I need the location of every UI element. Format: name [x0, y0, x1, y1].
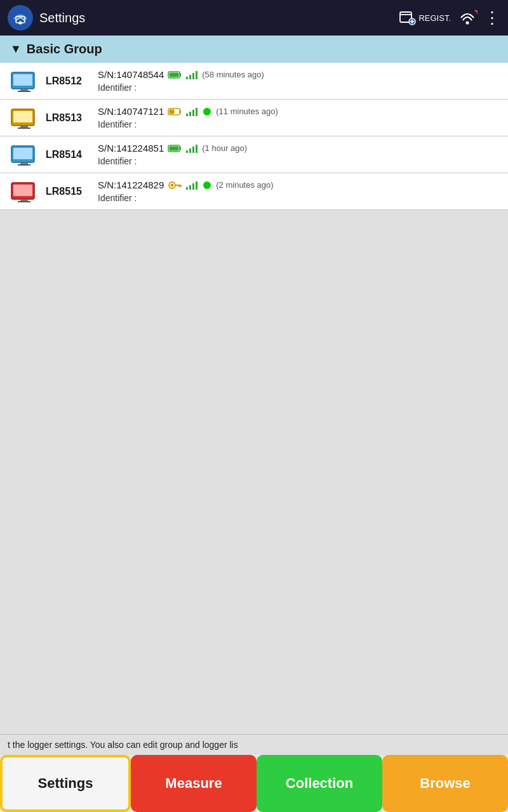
identifier-lr8514: Identifier :	[98, 156, 498, 166]
more-menu-button[interactable]: ⋮	[484, 8, 500, 28]
signal-icon-lr8513	[185, 107, 198, 117]
wifi-button[interactable]	[457, 8, 478, 28]
device-icon-lr8514	[10, 143, 38, 166]
svg-rect-54	[189, 185, 191, 190]
battery-icon-lr8513	[168, 107, 182, 116]
svg-rect-30	[189, 112, 191, 116]
device-info-lr8514: S/N:141224851 (1 hour ago)	[98, 143, 498, 166]
device-list: LR8512 S/N:140748544	[0, 63, 508, 210]
top-bar-actions: REGIST. ⋮	[398, 8, 500, 28]
signal-icon-lr8515	[185, 180, 198, 190]
battery-icon-lr8514	[168, 144, 182, 153]
svg-point-49	[171, 183, 174, 187]
svg-rect-46	[20, 199, 28, 201]
svg-rect-43	[196, 145, 197, 153]
svg-rect-38	[180, 147, 181, 150]
info-section: t the logger settings. You also can edit…	[0, 734, 508, 755]
device-icon-lr8513	[10, 107, 38, 129]
svg-rect-14	[18, 91, 30, 92]
svg-rect-12	[13, 74, 32, 86]
collection-button[interactable]: Collection	[257, 755, 382, 812]
svg-rect-40	[186, 150, 188, 153]
device-info-lr8512: S/N:140748544 (58 minutes ago)	[98, 69, 498, 93]
svg-rect-19	[189, 75, 191, 79]
svg-rect-16	[180, 73, 181, 77]
device-icon-lr8515	[10, 180, 38, 203]
browse-button[interactable]: Browse	[382, 755, 508, 812]
device-sn-lr8513: S/N:140747121	[98, 106, 164, 117]
key-icon-lr8515	[168, 180, 182, 190]
time-ago-lr8515: (2 minutes ago)	[216, 180, 273, 190]
group-arrow: ▼	[10, 43, 22, 56]
svg-rect-45	[13, 185, 32, 196]
settings-button[interactable]: Settings	[0, 755, 131, 812]
wifi-icon	[457, 8, 478, 25]
device-sn-lr8512: S/N:140748544	[98, 69, 164, 80]
identifier-lr8515: Identifier :	[98, 193, 498, 203]
svg-rect-55	[192, 183, 194, 190]
regist-label: REGIST.	[418, 13, 451, 23]
time-ago-lr8513: (11 minutes ago)	[216, 107, 278, 116]
svg-rect-35	[20, 162, 28, 164]
svg-point-8	[466, 22, 469, 25]
svg-rect-23	[13, 111, 32, 122]
app-title: Settings	[39, 11, 398, 25]
svg-rect-13	[20, 89, 28, 91]
svg-rect-27	[180, 110, 181, 114]
status-dot-lr8515	[203, 181, 211, 189]
svg-rect-53	[186, 187, 188, 190]
regist-button[interactable]: REGIST.	[398, 9, 451, 27]
identifier-lr8512: Identifier :	[98, 82, 498, 93]
svg-rect-31	[192, 110, 194, 116]
svg-rect-34	[13, 148, 32, 159]
status-dot-lr8513	[203, 108, 211, 115]
device-row-lr8515[interactable]: LR8515 S/N:141224829	[0, 173, 508, 210]
info-text: t the logger settings. You also can edit…	[8, 740, 238, 750]
time-ago-lr8512: (58 minutes ago)	[202, 70, 264, 79]
top-bar: Settings REGIST. ⋮	[0, 0, 508, 36]
main-content: ▼ Basic Group LR8512 S/N:140748544	[0, 36, 508, 755]
svg-rect-28	[170, 109, 175, 114]
signal-icon-lr8512	[185, 70, 198, 80]
svg-rect-56	[196, 181, 197, 190]
device-name-lr8513: LR8513	[46, 112, 90, 124]
device-name-lr8512: LR8512	[46, 75, 90, 87]
device-sn-lr8514: S/N:141224851	[98, 143, 164, 154]
info-bar: t the logger settings. You also can edit…	[0, 734, 508, 755]
bottom-nav: Settings Measure Collection Browse	[0, 755, 508, 812]
battery-icon-lr8512	[168, 70, 182, 79]
svg-rect-18	[186, 77, 188, 79]
identifier-lr8513: Identifier :	[98, 119, 498, 129]
svg-rect-36	[18, 164, 30, 166]
signal-icon-lr8514	[185, 143, 198, 154]
device-icon-lr8512	[10, 70, 38, 93]
svg-rect-39	[170, 146, 179, 150]
device-info-lr8513: S/N:140747121 (11 minu	[98, 106, 498, 129]
device-info-lr8515: S/N:141224829	[98, 180, 498, 203]
device-name-lr8515: LR8515	[46, 186, 90, 197]
group-title: Basic Group	[27, 42, 102, 56]
svg-line-9	[475, 10, 477, 12]
measure-button[interactable]: Measure	[131, 755, 257, 812]
device-sn-lr8515: S/N:141224829	[98, 180, 164, 190]
svg-rect-41	[189, 148, 191, 153]
svg-rect-24	[20, 126, 28, 128]
more-icon: ⋮	[484, 8, 500, 27]
device-row-lr8512[interactable]: LR8512 S/N:140748544	[0, 63, 508, 100]
svg-rect-29	[186, 114, 188, 116]
device-row-lr8514[interactable]: LR8514 S/N:141224851	[0, 136, 508, 173]
svg-rect-20	[192, 73, 194, 79]
svg-rect-47	[18, 201, 30, 202]
svg-rect-17	[170, 72, 179, 77]
svg-rect-21	[196, 71, 197, 79]
regist-icon	[398, 9, 416, 27]
svg-rect-42	[192, 147, 194, 153]
svg-rect-32	[196, 108, 197, 116]
group-header[interactable]: ▼ Basic Group	[0, 36, 508, 63]
time-ago-lr8514: (1 hour ago)	[202, 143, 247, 153]
app-icon	[8, 5, 33, 30]
device-row-lr8513[interactable]: LR8513 S/N:140747121	[0, 100, 508, 136]
device-name-lr8514: LR8514	[46, 149, 90, 160]
svg-rect-25	[18, 128, 30, 129]
